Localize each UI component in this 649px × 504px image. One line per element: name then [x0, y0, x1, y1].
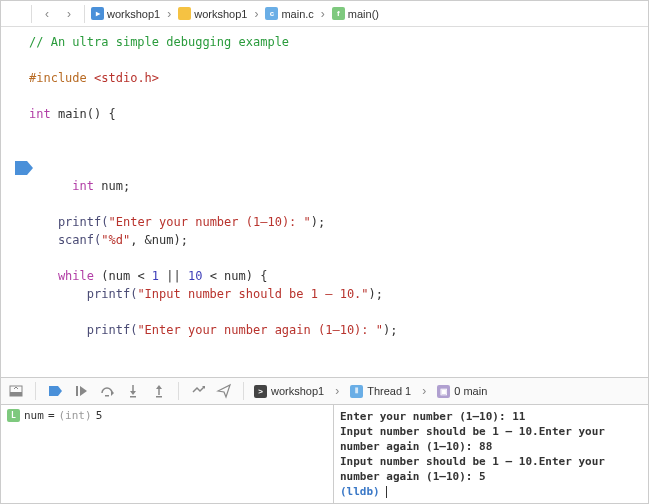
chevron-right-icon: ›	[419, 384, 429, 398]
code-editor[interactable]: // An ultra simple debugging example #in…	[1, 27, 648, 377]
local-variable-icon: L	[7, 409, 20, 422]
svg-marker-4	[49, 386, 62, 396]
svg-rect-8	[105, 395, 109, 397]
debug-view-button[interactable]	[189, 382, 207, 400]
console-output[interactable]: Enter your number (1–10): 11 Input numbe…	[334, 405, 648, 503]
breadcrumb-file[interactable]: c main.c	[265, 7, 313, 20]
folder-icon	[178, 7, 191, 20]
chevron-right-icon: ›	[251, 7, 261, 21]
hide-debug-area-button[interactable]	[7, 382, 25, 400]
c-file-icon: c	[265, 7, 278, 20]
breadcrumb-function[interactable]: f main()	[332, 7, 379, 20]
variable-value: 5	[96, 409, 103, 422]
code-comment: // An ultra simple debugging example	[29, 35, 289, 49]
lldb-prompt: (lldb)	[340, 485, 386, 498]
breadcrumb-label: main.c	[281, 8, 313, 20]
thread-icon: ⫴	[350, 385, 363, 398]
svg-marker-10	[130, 391, 136, 395]
debug-bottom-area: L num = (int) 5 Enter your number (1–10)…	[1, 405, 648, 503]
variable-type: (int)	[59, 409, 92, 422]
project-icon: ▸	[91, 7, 104, 20]
frame-icon: ▣	[437, 385, 450, 398]
breadcrumb-label: main()	[348, 8, 379, 20]
breakpoints-toggle-button[interactable]	[46, 382, 64, 400]
nav-back-button[interactable]: ‹	[38, 5, 56, 23]
debug-frame-label: 0 main	[454, 385, 487, 397]
debug-thread[interactable]: ⫴ Thread 1	[350, 385, 411, 398]
console-line: Input number should be 1 – 10.Enter your…	[340, 424, 642, 454]
svg-marker-6	[80, 386, 87, 396]
chevron-right-icon: ›	[332, 384, 342, 398]
variable-row[interactable]: L num = (int) 5	[7, 409, 327, 422]
svg-marker-0	[15, 161, 33, 175]
breadcrumb-folder[interactable]: workshop1	[178, 7, 247, 20]
debug-toolbar: > workshop1 › ⫴ Thread 1 › ▣ 0 main	[1, 377, 648, 405]
breadcrumb-bar: ‹ › ▸ workshop1 › workshop1 › c main.c ›…	[1, 1, 648, 27]
debug-target[interactable]: > workshop1	[254, 385, 324, 398]
debug-frame[interactable]: ▣ 0 main	[437, 385, 487, 398]
breadcrumb-label: workshop1	[194, 8, 247, 20]
variable-name: num	[24, 409, 44, 422]
nav-forward-button[interactable]: ›	[60, 5, 78, 23]
step-over-button[interactable]	[98, 382, 116, 400]
chevron-right-icon: ›	[318, 7, 328, 21]
console-line: Input number should be 1 – 10.Enter your…	[340, 454, 642, 484]
svg-marker-7	[111, 390, 114, 396]
continue-button[interactable]	[72, 382, 90, 400]
chevron-right-icon: ›	[164, 7, 174, 21]
svg-marker-16	[218, 385, 230, 397]
breadcrumb-label: workshop1	[107, 8, 160, 20]
code-include: #include	[29, 71, 94, 85]
location-button[interactable]	[215, 382, 233, 400]
step-into-button[interactable]	[124, 382, 142, 400]
terminal-icon: >	[254, 385, 267, 398]
debug-target-label: workshop1	[271, 385, 324, 397]
svg-rect-11	[130, 396, 136, 398]
program-counter-icon	[15, 161, 33, 175]
svg-rect-3	[10, 392, 22, 396]
console-cursor	[386, 486, 387, 498]
debug-thread-label: Thread 1	[367, 385, 411, 397]
function-icon: f	[332, 7, 345, 20]
svg-rect-5	[76, 386, 78, 396]
step-out-button[interactable]	[150, 382, 168, 400]
svg-rect-14	[156, 396, 162, 398]
svg-marker-13	[156, 385, 162, 389]
variables-view[interactable]: L num = (int) 5	[1, 405, 334, 503]
console-line: Enter your number (1–10): 11	[340, 409, 642, 424]
breadcrumb-project[interactable]: ▸ workshop1	[91, 7, 160, 20]
related-items-icon[interactable]	[7, 5, 25, 23]
